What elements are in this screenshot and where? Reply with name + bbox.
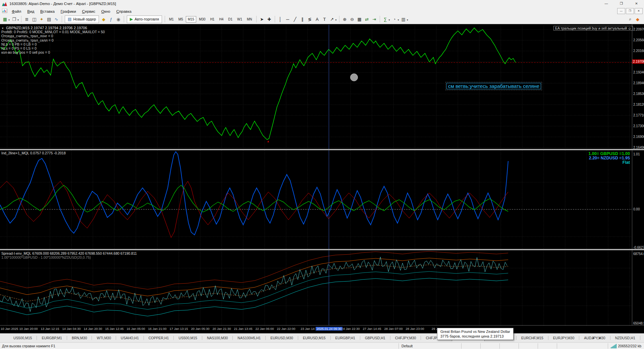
- chart-tab-eurchf-m15[interactable]: EURCHF,M15: [517, 336, 548, 340]
- signals-icon[interactable]: ◉: [115, 16, 122, 22]
- close-button[interactable]: ✕: [629, 0, 644, 7]
- timeframe-mn[interactable]: MN: [245, 16, 254, 22]
- dropdown-arrow-icon[interactable]: ▾: [398, 18, 399, 21]
- circle-marker[interactable]: [350, 73, 358, 81]
- timeframe-m30[interactable]: M30: [197, 16, 207, 22]
- menu-window[interactable]: Окно: [98, 9, 113, 13]
- chart-shift-icon[interactable]: ⇥: [371, 16, 378, 22]
- zoom-in-icon[interactable]: ⊕: [341, 16, 348, 22]
- chart-tab-wti-m30[interactable]: WTI,M30: [92, 336, 116, 340]
- dropdown-arrow-icon[interactable]: ▾: [389, 18, 390, 21]
- profiles-icon[interactable]: ❐: [11, 16, 17, 22]
- menu-charts[interactable]: Графики: [58, 9, 79, 13]
- chart-tab-us500-m15[interactable]: US500,M15: [9, 336, 37, 340]
- cursor-icon[interactable]: ➤: [259, 16, 265, 22]
- mdi-minimize-button[interactable]: —: [617, 8, 625, 14]
- auto-scroll-icon[interactable]: ⇄: [364, 16, 370, 22]
- timeframe-m5[interactable]: M5: [176, 16, 185, 22]
- chart-tab-eurgbp-m1[interactable]: EURGBP,M1: [37, 336, 67, 340]
- chart-tab-eurgbp-h1[interactable]: EURGBP,H1: [331, 336, 360, 340]
- menu-help[interactable]: Справка: [113, 9, 135, 13]
- chart-area[interactable]: [0, 24, 644, 333]
- timeframe-h4[interactable]: H4: [217, 16, 225, 22]
- alert-icon[interactable]: ◆: [634, 16, 641, 22]
- chart-tab-nas100h5-h1[interactable]: NAS100H5,H1: [233, 336, 266, 340]
- tab-scroll-left-icon[interactable]: ◄: [591, 336, 594, 340]
- maximize-button[interactable]: ❐: [614, 0, 629, 7]
- panel-separator[interactable]: [0, 149, 644, 150]
- menu-view[interactable]: Вид: [24, 9, 37, 13]
- data-window-icon[interactable]: ◫: [31, 16, 38, 22]
- timeframe-m1[interactable]: M1: [167, 16, 176, 22]
- indicators-icon[interactable]: ∑: [382, 16, 389, 22]
- navigator-icon[interactable]: ✦: [38, 16, 45, 22]
- terminal-icon[interactable]: ▤: [46, 16, 52, 22]
- chart-tab-nas100-m30[interactable]: NAS100,M30: [202, 336, 233, 340]
- panel-separator[interactable]: [0, 249, 644, 250]
- strategy-tester-icon[interactable]: ∿: [53, 16, 60, 22]
- vertical-line-icon[interactable]: │: [277, 16, 284, 22]
- panel2-header: Ind_2line+1_MQL 0.0757 0.2775 -0.2018: [1, 151, 66, 155]
- chart-tab-brn-m30[interactable]: BRN,M30: [67, 336, 92, 340]
- templates-icon[interactable]: ▥: [400, 16, 407, 22]
- search-icon[interactable]: ⌕: [627, 16, 634, 22]
- dropdown-arrow-icon[interactable]: ▾: [17, 18, 19, 21]
- chart-note-text[interactable]: см ветвь:учитесь зарабатывать селяне: [446, 83, 541, 89]
- zoom-out-icon[interactable]: ⊖: [349, 16, 356, 22]
- chart-window-icon[interactable]: [2, 9, 7, 13]
- dropdown-arrow-icon[interactable]: ▾: [8, 18, 10, 21]
- traffic-text: 206552/232 kb: [618, 344, 641, 348]
- channel-icon[interactable]: ∥: [299, 16, 306, 22]
- price-scale-label: 2.20970: [633, 28, 644, 31]
- dropdown-arrow-icon[interactable]: ▾: [407, 18, 408, 21]
- tile-windows-icon[interactable]: ▦: [356, 16, 363, 22]
- arrows-icon[interactable]: ↗: [329, 16, 335, 22]
- panel3-scale-label: 65048.517: [633, 321, 644, 325]
- panel3-formula: 1.00*100000*GBPUSD - 1.00*100000*NZDUSD(…: [1, 255, 137, 259]
- time-axis[interactable]: 10 Jan 202510 Jan 20:0013 Jan 12:1514 Ja…: [0, 325, 644, 334]
- menu-insert[interactable]: Вставка: [37, 9, 58, 13]
- horizontal-line-icon[interactable]: ─: [284, 16, 291, 22]
- new-chart-icon[interactable]: ▦: [2, 16, 8, 22]
- chart-tab-nzdusd-h1[interactable]: NZDUSD,H1: [610, 336, 640, 340]
- periods-icon[interactable]: ◔: [391, 16, 398, 22]
- app-logo-icon: [2, 1, 8, 6]
- crosshair-icon[interactable]: ✚: [266, 16, 273, 22]
- text-icon[interactable]: A: [314, 16, 321, 22]
- minimize-button[interactable]: —: [599, 0, 614, 7]
- trendline-icon[interactable]: ╱: [292, 16, 299, 22]
- mdi-close-button[interactable]: ✕: [635, 8, 643, 14]
- tab-scroll-right-icon[interactable]: ►: [598, 336, 601, 340]
- status-profile[interactable]: Default: [398, 343, 461, 349]
- price-scale[interactable]: 2.19706 1.01 0.00 -0.6627 68754.626 6504…: [632, 24, 644, 325]
- timeframe-w1[interactable]: W1: [235, 16, 244, 22]
- menu-service[interactable]: Сервис: [79, 9, 98, 13]
- chart-tab-usaho-h1[interactable]: USAHO,H1: [116, 336, 144, 340]
- chart-tab-eurusd-m15[interactable]: EURUSD,M15: [298, 336, 331, 340]
- market-watch-icon[interactable]: ≣: [23, 16, 30, 22]
- metaeditor-icon[interactable]: ◆: [100, 16, 107, 22]
- time-axis-label: 16 Jan 05:00: [127, 327, 145, 331]
- toolbar-separator: [256, 16, 257, 22]
- one-click-collapse-icon[interactable]: ▼: [1, 27, 4, 30]
- chart-tab-copper-h1[interactable]: COPPER,H1: [144, 336, 174, 340]
- new-order-button[interactable]: ▤ Новый ордер: [65, 15, 99, 23]
- experts-icon[interactable]: ƒ: [108, 16, 114, 22]
- chart-tab-eurjpy-m30[interactable]: EURJPY,M30: [548, 336, 579, 340]
- timeframe-d1[interactable]: D1: [226, 16, 234, 22]
- label-icon[interactable]: T: [321, 16, 328, 22]
- status-segment: [538, 343, 557, 349]
- autotrade-button[interactable]: ▶ Авто-торговля: [127, 15, 162, 23]
- price-scale-label: 2.20560: [633, 38, 644, 42]
- timeframe-h1[interactable]: H1: [208, 16, 217, 22]
- time-axis-label: 22 Jan 06:00: [256, 327, 274, 331]
- fibonacci-icon[interactable]: ≶: [307, 16, 313, 22]
- mdi-restore-button[interactable]: ❐: [626, 8, 634, 14]
- menu-file[interactable]: Файл: [9, 9, 24, 13]
- dropdown-arrow-icon[interactable]: ▾: [335, 18, 337, 21]
- chart-tab-gbpusd-h1[interactable]: GBPUSD,H1: [360, 336, 390, 340]
- chart-tab-eurusd-m30[interactable]: EURUSD,M30: [266, 336, 298, 340]
- chart-tab-us500-m15[interactable]: US500,M15: [174, 336, 202, 340]
- timeframe-m15[interactable]: M15: [186, 16, 196, 22]
- chart-tab-chfjpy-m30[interactable]: CHFJPY,M30: [390, 336, 421, 340]
